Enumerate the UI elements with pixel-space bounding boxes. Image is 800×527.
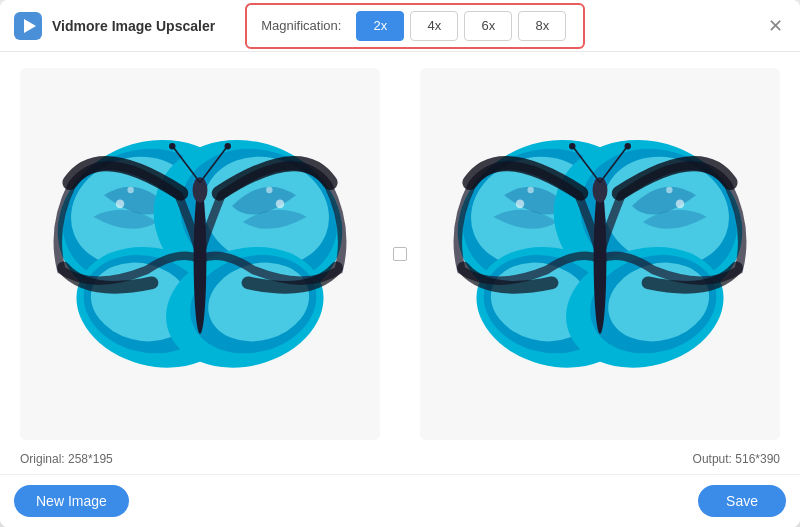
output-image-panel — [420, 68, 780, 440]
svg-point-19 — [225, 143, 231, 149]
magnification-panel: Magnification: 2x 4x 6x 8x — [245, 3, 585, 49]
svg-point-15 — [193, 177, 208, 203]
output-dimensions: Output: 516*390 — [693, 452, 780, 466]
mag-btn-6x[interactable]: 6x — [464, 11, 512, 41]
info-bar: Original: 258*195 Output: 516*390 — [0, 448, 800, 474]
svg-point-22 — [276, 200, 285, 209]
svg-point-23 — [266, 187, 272, 193]
mag-btn-8x[interactable]: 8x — [518, 11, 566, 41]
divider — [380, 68, 420, 440]
svg-point-43 — [527, 187, 533, 193]
output-butterfly-image — [440, 104, 760, 404]
mag-btn-2x[interactable]: 2x — [356, 11, 404, 41]
svg-point-17 — [169, 143, 175, 149]
original-image-panel — [20, 68, 380, 440]
svg-point-20 — [116, 200, 125, 209]
titlebar: Vidmore Image Upscaler Magnification: 2x… — [0, 0, 800, 52]
app-logo — [14, 12, 42, 40]
svg-point-42 — [516, 200, 525, 209]
magnification-label: Magnification: — [261, 18, 341, 33]
svg-point-39 — [569, 143, 575, 149]
app-window: Vidmore Image Upscaler Magnification: 2x… — [0, 0, 800, 527]
footer: New Image Save — [0, 474, 800, 527]
svg-point-45 — [666, 187, 672, 193]
svg-point-36 — [594, 185, 607, 334]
mag-btn-4x[interactable]: 4x — [410, 11, 458, 41]
compare-checkbox[interactable] — [393, 247, 407, 261]
main-content — [0, 52, 800, 448]
save-button[interactable]: Save — [698, 485, 786, 517]
original-butterfly-image — [40, 104, 360, 404]
svg-point-14 — [194, 185, 207, 334]
original-dimensions: Original: 258*195 — [20, 452, 113, 466]
app-title: Vidmore Image Upscaler — [52, 18, 215, 34]
new-image-button[interactable]: New Image — [14, 485, 129, 517]
svg-point-21 — [127, 187, 133, 193]
svg-point-37 — [593, 177, 608, 203]
close-button[interactable]: ✕ — [764, 15, 786, 37]
svg-point-44 — [676, 200, 685, 209]
svg-point-41 — [625, 143, 631, 149]
